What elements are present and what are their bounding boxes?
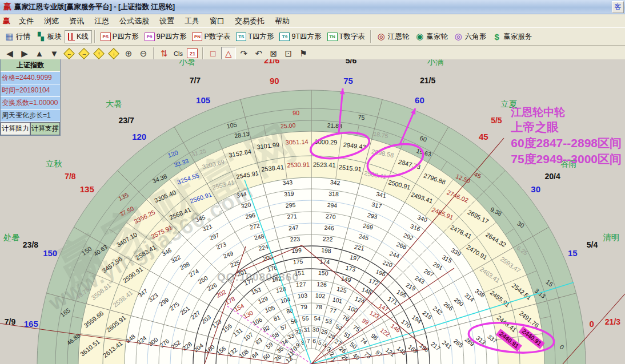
rotate-up-icon[interactable]: ▲ xyxy=(33,47,46,60)
menu-item-2[interactable]: 资讯 xyxy=(64,15,89,27)
kline-icon xyxy=(68,33,75,41)
toolbar-button-赢家轮[interactable]: ◉赢家轮 xyxy=(412,31,451,43)
svg-text:79: 79 xyxy=(301,303,308,310)
menu-item-5[interactable]: 设置 xyxy=(154,15,179,27)
toolbar-button-T数字表[interactable]: TNT数字表 xyxy=(324,31,368,43)
menu-item-6[interactable]: 工具 xyxy=(179,15,205,27)
toolbar-button-9P四方形[interactable]: P99P四方形 xyxy=(142,31,190,43)
toolbar-label: K线 xyxy=(77,32,89,42)
clear-button[interactable]: Cls xyxy=(172,47,185,60)
svg-text:343: 343 xyxy=(282,179,293,186)
svg-text:60: 60 xyxy=(415,95,424,105)
svg-text:105: 105 xyxy=(196,95,210,105)
shift-left-icon[interactable]: ← xyxy=(62,47,76,60)
svg-text:120: 120 xyxy=(132,132,146,141)
price-row: 价格=2440.9099 xyxy=(1,72,60,84)
svg-text:21/3: 21/3 xyxy=(605,317,620,326)
toolbar-separator xyxy=(94,30,95,43)
rotate-cw-icon[interactable]: ↷ xyxy=(237,47,251,60)
svg-text:3000.29: 3000.29 xyxy=(314,138,337,145)
svg-text:5/5: 5/5 xyxy=(491,116,502,125)
toolbar-button-江恩轮[interactable]: ◎江恩轮 xyxy=(374,31,412,43)
present-icon[interactable]: ⚑ xyxy=(297,47,310,60)
svg-text:90: 90 xyxy=(293,110,300,116)
toolbar-label: 赢家轮 xyxy=(426,32,448,42)
hexagon-icon: ◎ xyxy=(454,33,463,41)
toolbar-button-P数字表[interactable]: PNP数字表 xyxy=(189,31,233,43)
toolbar-button-P四方形[interactable]: PSP四方形 xyxy=(98,31,142,43)
toolbar-button-9T四方形[interactable]: T99T四方形 xyxy=(277,31,324,43)
title-bar: 赢 赢家江恩专业版[赢家服务平台] - [上证指数 江恩轮] 客 xyxy=(0,0,625,14)
menu-item-1[interactable]: 浏览 xyxy=(39,15,64,27)
menu-logo-icon: 赢 xyxy=(3,16,10,26)
calc-support-button[interactable]: 计算支撑 xyxy=(30,122,60,135)
menu-item-9[interactable]: 帮助 xyxy=(270,15,295,27)
svg-text:处暑: 处暑 xyxy=(3,233,20,242)
annotation-range-60: 60度2847--2898区间 xyxy=(511,135,622,151)
toolbar-button-行情[interactable]: ▦行情 xyxy=(2,31,33,43)
toolbar-button-六角形[interactable]: ◎六角形 xyxy=(451,31,490,43)
svg-text:127: 127 xyxy=(296,281,306,288)
axis-swap-icon[interactable]: ⇅ xyxy=(157,47,171,60)
svg-text:126: 126 xyxy=(316,281,327,288)
toolbar-label: 江恩轮 xyxy=(388,32,410,42)
zoom-in-icon[interactable]: ⊕ xyxy=(122,47,135,60)
svg-text:立秋: 立秋 xyxy=(46,159,62,168)
shift-down-icon[interactable]: ↓ xyxy=(107,47,121,60)
toolbar-button-赢家服务[interactable]: $赢家服务 xyxy=(489,31,535,43)
square-tool-icon[interactable]: □ xyxy=(206,47,220,60)
instrument-panel: 上证指数 价格=2440.9099 时间=20190104 变换系数=1.000… xyxy=(0,59,61,136)
menu-item-7[interactable]: 窗口 xyxy=(205,15,230,27)
calc-resistance-button[interactable]: 计算阻力 xyxy=(1,122,30,135)
menu-item-3[interactable]: 江恩 xyxy=(89,15,114,27)
svg-text:295: 295 xyxy=(285,201,295,209)
step-row: 周天变化步长=1 xyxy=(1,110,60,122)
svg-text:135: 135 xyxy=(80,184,94,194)
svg-text:2530.91: 2530.91 xyxy=(287,161,310,168)
customer-service-button[interactable]: 客 xyxy=(612,1,624,13)
rotate-down-icon[interactable]: ▼ xyxy=(47,47,61,60)
svg-text:3051.14: 3051.14 xyxy=(286,138,309,145)
svg-text:15: 15 xyxy=(568,248,578,258)
main-toolbar: ▦行情▚板块K线PSP四方形P99P四方形PNP数字表TST四方形T99T四方形… xyxy=(0,27,625,46)
toolbar-separator xyxy=(153,47,154,60)
svg-text:246: 246 xyxy=(324,224,334,231)
svg-text:102: 102 xyxy=(315,292,325,299)
rotate-ccw-icon[interactable]: ↶ xyxy=(252,47,266,60)
toolbar-separator xyxy=(202,47,203,60)
toolbar-button-板块[interactable]: ▚板块 xyxy=(33,31,65,43)
p-square-icon: PS xyxy=(101,33,111,41)
shift-up-icon[interactable]: ↑ xyxy=(92,47,106,60)
toolbar-label: 9P四方形 xyxy=(157,32,187,42)
svg-text:31: 31 xyxy=(303,326,311,333)
svg-text:270: 270 xyxy=(326,213,336,220)
winner-service-icon: $ xyxy=(492,33,502,41)
p-table-icon: PN xyxy=(192,33,202,41)
toolbar-button-T四方形[interactable]: TST四方形 xyxy=(233,31,277,43)
9t-square-icon: T9 xyxy=(279,33,290,41)
svg-text:151: 151 xyxy=(294,269,305,277)
menu-item-4[interactable]: 公式选股 xyxy=(114,15,154,27)
shrink-icon[interactable]: ⊡ xyxy=(282,47,295,60)
menu-item-8[interactable]: 交易委托 xyxy=(230,15,270,27)
winner-wheel-icon: ◉ xyxy=(415,33,424,41)
nav-back-icon[interactable]: ◀ xyxy=(3,47,17,60)
svg-text:45: 45 xyxy=(479,132,488,141)
time-row: 时间=20190104 xyxy=(1,84,60,97)
svg-text:0: 0 xyxy=(590,319,594,329)
shift-right-icon[interactable]: → xyxy=(77,47,91,60)
expand-icon[interactable]: ⊠ xyxy=(267,47,281,60)
toolbar-label: 赢家服务 xyxy=(503,32,532,42)
svg-text:21/6: 21/6 xyxy=(264,59,279,65)
svg-text:大暑: 大暑 xyxy=(106,99,122,108)
instrument-name: 上证指数 xyxy=(1,59,60,72)
triangle-tool-icon[interactable]: △ xyxy=(221,47,236,60)
t-table-icon: TN xyxy=(327,33,338,41)
menu-item-0[interactable]: 文件 xyxy=(14,15,39,27)
toolbar-button-K线[interactable]: K线 xyxy=(65,30,92,43)
zoom-out-icon[interactable]: ⊖ xyxy=(137,47,150,60)
svg-text:90: 90 xyxy=(270,76,279,86)
toolbar-label: 板块 xyxy=(47,32,62,42)
nav-forward-icon[interactable]: ▶ xyxy=(18,47,31,60)
calendar-icon[interactable]: 21 xyxy=(186,47,199,60)
